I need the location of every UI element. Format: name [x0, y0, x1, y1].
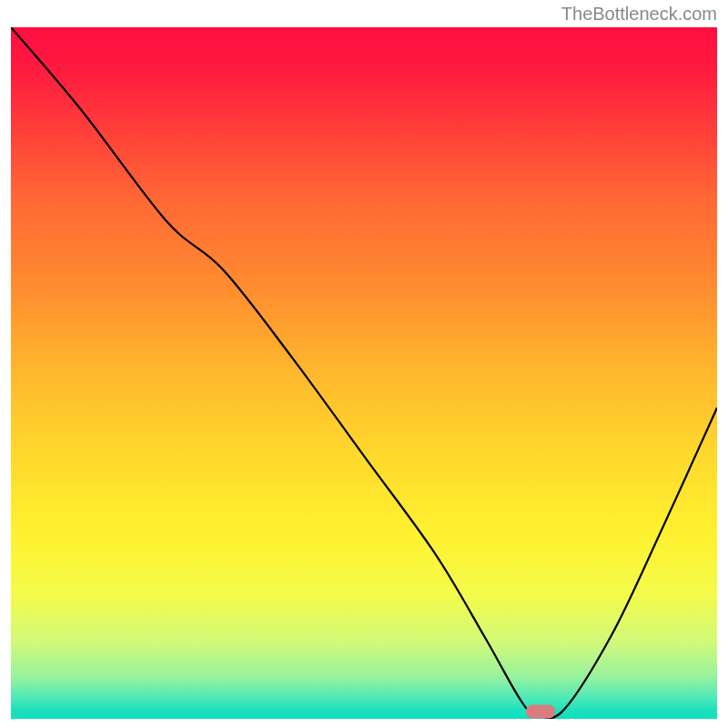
attribution-text: TheBottleneck.com [561, 4, 717, 25]
chart-background-gradient [11, 27, 717, 719]
optimal-point-marker [526, 705, 555, 719]
chart-plot-area [11, 27, 717, 719]
